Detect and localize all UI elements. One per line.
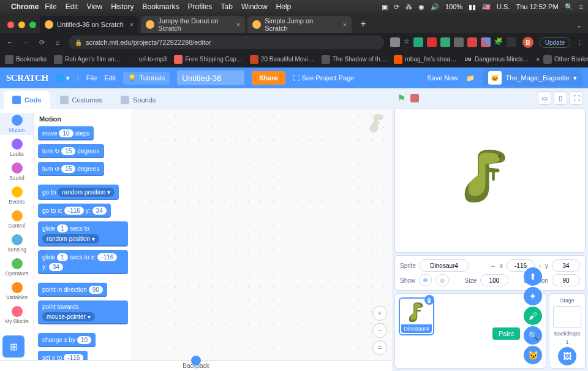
chrome-menu-icon[interactable]: ⋮ [576,39,583,47]
add-extension-button[interactable]: ⊞ [2,335,24,358]
forward-button[interactable]: → [21,39,31,46]
bookmark-overflow-icon[interactable]: » [536,56,540,63]
category-variables[interactable]: Variables [0,280,34,302]
new-tab-button[interactable]: + [354,18,372,33]
star-icon[interactable]: ☆ [404,37,410,47]
stage-selector[interactable]: Stage Backdrops 1 🖼 [549,293,586,369]
zoom-in-button[interactable]: + [372,306,387,321]
sprite-direction-input[interactable] [552,274,580,286]
home-button[interactable]: ⌂ [53,39,62,46]
delete-sprite-button[interactable]: 🗑 [424,295,434,305]
category-events[interactable]: Events [0,185,34,207]
bookmark-item[interactable]: Free Shipping Cap… [174,55,242,64]
ext-icon[interactable] [454,37,464,47]
backpack-panel[interactable]: Backpack [0,360,392,371]
bookmark-item[interactable]: Rob Ager's film an… [54,55,121,64]
add-backdrop-button[interactable]: 🖼 [558,347,576,365]
block-glide-to[interactable]: glide1secs torandom position ▾ [38,221,128,247]
stage[interactable] [394,108,586,253]
save-now-link[interactable]: Save Now [427,74,458,82]
address-bar[interactable]: 🔒 scratch.mit.edu/projects/722922298/edi… [69,36,384,49]
volume-icon[interactable]: 🔊 [431,3,439,11]
battery-icon[interactable]: ▮▮ [469,3,476,11]
close-tab-icon[interactable]: × [343,21,347,28]
close-window-button[interactable] [7,21,14,28]
my-stuff-icon[interactable]: 📁 [466,74,475,82]
ext-icon[interactable] [481,37,491,47]
update-button[interactable]: Update [540,37,570,48]
minimize-window-button[interactable] [18,21,25,28]
bookmark-item[interactable]: DMDangerous Minds… [464,55,529,64]
add-sprite-button[interactable]: 🐱 [524,346,542,364]
mac-menu[interactable]: Window [241,2,268,11]
show-sprite-button[interactable]: 👁 [419,274,432,286]
sprite-y-input[interactable] [552,259,580,272]
tab-sounds[interactable]: Sounds [112,91,164,109]
back-button[interactable]: ← [5,39,15,46]
sprite-on-stage[interactable] [462,146,511,208]
user-menu[interactable]: 🐱 The_Magic_Baguette ▾ [483,69,582,86]
ext-icon[interactable] [467,37,477,47]
small-stage-button[interactable]: ▭ [538,91,551,105]
block-change-x[interactable]: change x by10 [38,333,96,347]
block-glide-to-xy[interactable]: glide1secs to x:-116y:34 [38,250,128,274]
extensions-menu-icon[interactable]: 🧩 [494,37,503,47]
wifi-icon[interactable]: ◉ [418,3,424,11]
ext-icon[interactable] [413,37,423,47]
fullscreen-button[interactable]: ⛶ [570,91,583,105]
browser-tab[interactable]: Untitled-36 on Scratch× [40,16,138,33]
category-sensing[interactable]: Sensing [0,232,34,254]
bookmark-item[interactable]: robag_fm's strea… [394,55,456,64]
backpack-handle-icon[interactable] [191,356,201,365]
zoom-reset-button[interactable]: = [372,340,387,355]
hide-sprite-button[interactable]: ⊘ [435,274,448,286]
large-stage-button[interactable]: ▯ [554,91,567,105]
block-point-towards[interactable]: point towardsmouse-pointer ▾ [38,300,128,324]
surprise-sprite-button[interactable]: ✦ [524,287,542,305]
block-move-steps[interactable]: move10steps [38,126,94,140]
mac-menu[interactable]: Edit [66,2,78,11]
search-sprite-button[interactable]: 🔍 [524,326,542,345]
scripts-canvas[interactable]: + − = [132,109,392,360]
category-my-blocks[interactable]: My Blocks [0,304,34,326]
scratch-logo[interactable]: SCRATCH [6,73,48,83]
close-tab-icon[interactable]: × [130,21,134,28]
maximize-window-button[interactable] [29,21,36,28]
stop-button[interactable] [410,94,419,102]
sync-icon[interactable]: ⟳ [394,3,399,11]
mac-menu[interactable]: History [111,2,134,11]
tab-costumes[interactable]: Costumes [51,91,111,109]
block-set-x[interactable]: set x to-116 [38,351,88,360]
category-looks[interactable]: Looks [0,137,34,159]
ext-icon[interactable] [440,37,450,47]
share-button[interactable]: Share [252,71,285,85]
close-tab-icon[interactable]: × [236,21,240,28]
mac-menu[interactable]: File [45,2,56,11]
block-point-direction[interactable]: point in direction90 [38,283,107,297]
browser-tab[interactable]: Simple Jump on Scratch× [247,16,352,33]
sprite-card[interactable]: 🗑 Dinosaur4 [399,297,434,335]
ext-icon[interactable] [507,37,516,47]
stage-thumbnail[interactable] [553,306,581,328]
tab-overflow-icon[interactable]: ⌄ [570,21,588,33]
project-title-input[interactable] [177,71,244,85]
bluetooth-icon[interactable]: ⁂ [405,3,412,11]
zoom-out-button[interactable]: − [372,323,387,338]
mac-menu[interactable]: Profiles [188,2,213,11]
edit-menu[interactable]: Edit [104,74,116,82]
video-icon[interactable]: ▣ [382,3,388,11]
see-project-page-link[interactable]: ⛶See Project Page [293,74,355,82]
bookmark-item[interactable]: The Shadow of th… [322,55,386,64]
spotlight-icon[interactable]: 🔍 [565,3,573,11]
tab-code[interactable]: Code [4,91,50,109]
mac-menu[interactable]: Tab [221,2,233,11]
category-control[interactable]: Control [0,208,34,231]
block-go-to-xy[interactable]: go to x:-116y:34 [38,204,111,218]
tutorials-button[interactable]: 💡Tutorials [123,72,170,85]
block-go-to[interactable]: go torandom position ▾ [38,185,119,200]
clock[interactable]: Thu 12:52 PM [516,3,558,10]
control-center-icon[interactable]: ≡ [579,3,583,10]
mac-menu[interactable]: Bookmarks [143,2,179,11]
reload-button[interactable]: ⟳ [37,39,47,47]
ext-icon[interactable] [390,37,400,47]
